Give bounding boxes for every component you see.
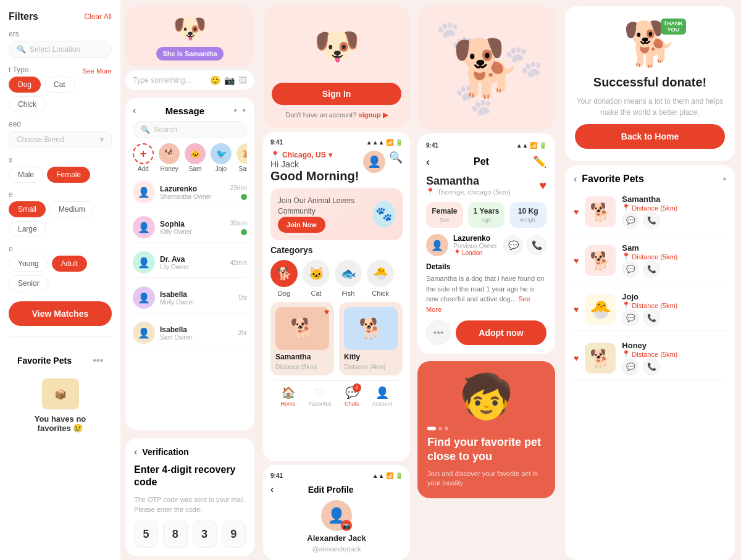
details-text: Samantha is a dog that i have found on t…	[426, 274, 546, 314]
pill-medium[interactable]: Medium	[49, 201, 94, 217]
back-to-home-button[interactable]: Back to Home	[575, 124, 725, 149]
edit-avatar: 👤 📷	[321, 500, 352, 531]
pill-chick[interactable]: Chick	[9, 96, 46, 112]
message-item[interactable]: 👤 Isabella Sam Owner 2hr	[133, 318, 247, 348]
cat-cat[interactable]: 🐱 Cat	[303, 260, 330, 297]
message-back-button[interactable]: ‹	[133, 105, 136, 116]
message-item[interactable]: 👤 Lazurenko Shamantha Owner 23min	[133, 177, 247, 207]
nav-chats[interactable]: 💬 2 Chats	[345, 386, 359, 407]
filters-panel: Filters Clear All ers 🔍 Select Location …	[0, 0, 120, 560]
sex-pills: Male Female	[9, 167, 112, 183]
cat-fish[interactable]: 🐟 Fish	[335, 260, 362, 297]
avatar-sam[interactable]: 🐱 Sam	[185, 143, 206, 172]
heart-icon[interactable]: ♥	[539, 178, 546, 193]
home-screen: 9:41 ▲▲▲ 📶 🔋 📍 Chicago, US ▾ Hi Jack Goo…	[263, 132, 410, 461]
fav-chat-button[interactable]: 💬	[622, 261, 639, 278]
bottom-nav: 🏠 Home ♡ Favorites 💬 2 Chats 👤 Account	[274, 380, 399, 409]
nav-account[interactable]: 👤 Account	[372, 386, 393, 407]
pet-screen-back-button[interactable]: ‹	[426, 156, 430, 169]
heart-icon[interactable]: ♥	[324, 307, 329, 317]
fav-pet-item-samantha: ♥ 🐕 Samantha 📍 Distance (5km) 💬 📞	[574, 191, 726, 233]
otp-digit-3[interactable]: 3	[193, 520, 217, 548]
success-subtitle: Your donation means a lot to them and he…	[575, 96, 725, 118]
fav-pet-item-sam: ♥ 🐕 Sam 📍 Distance (5km) 💬 📞	[574, 240, 726, 282]
age-label: e	[9, 244, 112, 253]
pill-male[interactable]: Male	[9, 167, 43, 183]
signin-button[interactable]: Sign In	[272, 83, 401, 105]
signin-text: Don't have an account? signup ▶	[285, 111, 387, 119]
cat-dog[interactable]: 🐕 Dog	[270, 260, 298, 297]
clear-all-button[interactable]: Clear All	[84, 12, 112, 21]
fav-panel-back-button[interactable]: ‹	[574, 173, 577, 185]
account-label: Account	[372, 401, 393, 407]
pill-large[interactable]: Large	[9, 221, 46, 237]
otp-digit-1[interactable]: 5	[134, 520, 158, 548]
signup-link[interactable]: signup ▶	[359, 111, 388, 119]
nav-favorites[interactable]: ♡ Favorites	[309, 386, 332, 407]
message-item[interactable]: 👤 Isabella Molly Owner 1hr	[133, 283, 247, 313]
fav-call-button[interactable]: 📞	[643, 358, 660, 375]
otp-digit-2[interactable]: 8	[163, 520, 187, 548]
location-select[interactable]: 🔍 Select Location	[9, 41, 112, 58]
message-search[interactable]: 🔍 Search	[133, 121, 247, 138]
avatar-add[interactable]: + Add	[133, 143, 154, 172]
sam-pet-image: 🐕	[585, 245, 616, 276]
see-more-button[interactable]: See More	[82, 67, 112, 75]
search-icon[interactable]: 🔍	[389, 151, 403, 164]
pill-adult[interactable]: Adult	[52, 256, 87, 272]
heart-icon[interactable]: ♥	[574, 304, 579, 314]
pill-senior[interactable]: Senior	[9, 275, 49, 291]
fav-pet-item-jojo: ♥ 🐣 Jojo 📍 Distance (5km) 💬 📞	[574, 288, 726, 331]
location-pin-icon: 📍	[622, 204, 630, 212]
fav-call-button[interactable]: 📞	[643, 212, 660, 229]
avatar-jojo[interactable]: 🐦 Jojo	[211, 143, 232, 172]
view-matches-button[interactable]: View Matches	[9, 301, 112, 326]
pill-small[interactable]: Small	[9, 201, 46, 217]
nav-home[interactable]: 🏠 Home	[281, 386, 296, 407]
pill-dog[interactable]: Dog	[9, 77, 41, 93]
heart-icon[interactable]: ♥	[574, 256, 579, 265]
breed-dropdown[interactable]: Choose Breed ▾	[9, 131, 112, 148]
verif-back-button[interactable]: ‹	[134, 446, 137, 458]
sophia-avatar: 👤	[133, 216, 155, 238]
heart-icon[interactable]: ♥	[574, 207, 579, 217]
pill-cat[interactable]: Cat	[44, 77, 75, 93]
heart-icon[interactable]: ♥	[574, 353, 579, 363]
message-item[interactable]: 👤 Sophia Kitty Owner 30min	[133, 212, 247, 243]
fav-chat-button[interactable]: 💬	[622, 212, 639, 229]
fav-chat-button[interactable]: 💬	[622, 309, 639, 327]
fav-call-button[interactable]: 📞	[643, 261, 660, 278]
edit-back-button[interactable]: ‹	[270, 484, 274, 495]
search-placeholder: Search	[154, 125, 177, 134]
message-item[interactable]: 👤 Dr. Ava Lily Owner 45min	[133, 248, 247, 278]
more-options-button[interactable]: •••	[426, 320, 451, 345]
details-title: Details	[426, 262, 546, 271]
call-owner-button[interactable]: 📞	[527, 235, 546, 255]
fav-pets-menu-button[interactable]: •••	[93, 355, 103, 366]
message-screen: ‹ Message • • 🔍 Search + Add 🐕 Honey 🐱 S…	[125, 98, 254, 430]
isabella2-avatar: 👤	[133, 322, 155, 344]
message-more-button[interactable]: • •	[233, 105, 247, 116]
camera-icon: 📷	[224, 75, 235, 85]
share-icon[interactable]: ✏️	[533, 155, 546, 169]
join-now-button[interactable]: Join Now	[278, 217, 325, 233]
fav-chat-button[interactable]: 💬	[622, 358, 639, 375]
avatar-sassy[interactable]: 🐹 Sassy	[237, 143, 247, 172]
chat-owner-button[interactable]: 💬	[503, 235, 523, 255]
pill-female[interactable]: Female	[47, 167, 90, 183]
adopt-now-button[interactable]: Adopt now	[456, 320, 546, 345]
chat-input-bar[interactable]: Type something... 🙂 📷 🖼	[125, 70, 254, 90]
user-avatar: 👤	[363, 151, 385, 173]
otp-digit-4[interactable]: 9	[222, 520, 246, 548]
signin-screen: 🐶 Sign In Don't have an account? signup …	[263, 6, 410, 128]
cat-chick[interactable]: 🐣 Chick	[367, 260, 394, 297]
pill-young[interactable]: Young	[9, 256, 48, 272]
fav-call-button[interactable]: 📞	[643, 309, 660, 327]
pet-card-kitly[interactable]: 🐕 Kitly Distance (4km)	[339, 302, 403, 375]
pet-card-samantha[interactable]: 🐕 ♥ Samantha Distance (5km)	[270, 302, 334, 375]
avatar-honey[interactable]: 🐕 Honey	[159, 143, 180, 172]
fav-panel-more-button[interactable]: •	[722, 173, 726, 185]
samantha-pet-image: 🐕	[585, 196, 616, 227]
camera-icon[interactable]: 📷	[341, 520, 352, 531]
chats-label: Chats	[345, 401, 359, 407]
